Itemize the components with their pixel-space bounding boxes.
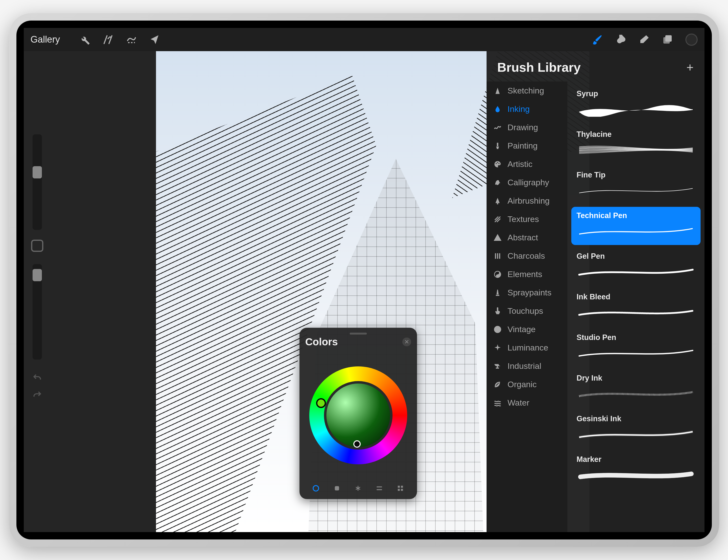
brush-category-drawing[interactable]: Drawing [487, 118, 567, 137]
brush-item-ink-bleed[interactable]: Ink Bleed [571, 288, 701, 326]
brush-category-label: Spraypaints [508, 288, 552, 297]
brush-category-elements[interactable]: Elements [487, 265, 567, 283]
brush-stroke-preview [577, 142, 695, 157]
brush-size-slider[interactable] [33, 134, 42, 230]
brush-category-spraypaints[interactable]: Spraypaints [487, 283, 567, 302]
top-toolbar: Gallery [24, 28, 704, 51]
brush-category-label: Charcoals [508, 251, 545, 261]
brush-category-touchups[interactable]: Touchups [487, 302, 567, 320]
brush-stroke-preview [577, 305, 695, 320]
transform-icon[interactable] [149, 34, 161, 46]
brush-item-dry-ink[interactable]: Dry Ink [571, 369, 701, 407]
brush-category-label: Painting [508, 141, 538, 151]
color-mode-tabs [305, 480, 411, 494]
brush-stroke-preview [577, 224, 695, 239]
wrench-icon[interactable] [79, 34, 90, 46]
monument-icon [493, 288, 502, 297]
color-disc-tab-icon[interactable] [311, 483, 321, 493]
brush-category-industrial[interactable]: Industrial [487, 357, 567, 375]
brush-stroke-preview [577, 345, 695, 360]
color-value-tab-icon[interactable] [374, 483, 384, 493]
brush-category-label: Organic [508, 380, 537, 389]
brush-category-artistic[interactable]: Artistic [487, 155, 567, 173]
gallery-button[interactable]: Gallery [31, 34, 60, 45]
brush-category-label: Inking [508, 104, 530, 114]
brush-tool-icon[interactable] [591, 34, 603, 46]
brush-category-luminance[interactable]: Luminance [487, 338, 567, 357]
adjustments-icon[interactable] [102, 34, 114, 46]
brush-library-title: Brush Library [497, 60, 581, 75]
add-brush-icon[interactable]: + [686, 60, 693, 74]
brush-category-textures[interactable]: Textures [487, 210, 567, 228]
brush-item-fine-tip[interactable]: Fine Tip [571, 166, 701, 204]
brush-item-label: Dry Ink [577, 374, 695, 382]
color-harmony-tab-icon[interactable] [353, 483, 363, 493]
brush-category-list[interactable]: SketchingInkingDrawingPaintingArtisticCa… [487, 82, 567, 532]
color-wheel[interactable] [309, 366, 407, 464]
undo-button[interactable] [31, 372, 43, 384]
brush-item-gesinski-ink[interactable]: Gesinski Ink [571, 410, 701, 448]
redo-button[interactable] [31, 389, 43, 401]
eraser-tool-icon[interactable] [638, 34, 650, 46]
brush-category-painting[interactable]: Painting [487, 137, 567, 155]
brush-item-label: Gesinski Ink [577, 414, 695, 423]
brush-opacity-slider[interactable] [33, 264, 42, 359]
brush-category-airbrushing[interactable]: Airbrushing [487, 192, 567, 210]
brush-category-sketching[interactable]: Sketching [487, 82, 567, 100]
palette-icon [493, 160, 502, 169]
brush-category-label: Water [508, 398, 529, 407]
ipad-frame: Gallery [9, 13, 719, 547]
svg-rect-3 [335, 486, 339, 490]
selection-icon[interactable] [126, 34, 137, 46]
diag-icon [493, 215, 502, 224]
brush-opacity-knob[interactable] [33, 269, 42, 281]
svg-rect-9 [401, 489, 403, 491]
color-satval-disc[interactable] [324, 381, 393, 450]
toolbar-left-group: Gallery [31, 34, 161, 46]
brush-item-thylacine[interactable]: Thylacine [571, 126, 701, 164]
brush-item-syrup[interactable]: Syrup [571, 85, 701, 123]
svg-point-13 [497, 203, 498, 204]
satval-cursor[interactable] [353, 440, 361, 448]
brush-category-organic[interactable]: Organic [487, 375, 567, 393]
finger-icon [493, 306, 502, 316]
close-icon[interactable]: ✕ [402, 337, 411, 346]
brush-item-gel-pen[interactable]: Gel Pen [571, 248, 701, 285]
brush-category-calligraphy[interactable]: Calligraphy [487, 173, 567, 192]
waves-icon [493, 398, 502, 407]
brush-item-marker[interactable]: Marker [571, 451, 701, 489]
smudge-tool-icon[interactable] [615, 34, 627, 46]
leaf-icon [493, 380, 502, 389]
brush-category-charcoals[interactable]: Charcoals [487, 247, 567, 265]
brush-stroke-preview [577, 102, 695, 117]
brush-category-water[interactable]: Water [487, 393, 567, 412]
script-a-icon [493, 178, 502, 187]
svg-rect-7 [401, 486, 403, 488]
eyedropper-button[interactable] [31, 240, 43, 252]
brush-item-label: Marker [577, 455, 695, 464]
spray-can-icon [493, 196, 502, 206]
brush-category-inking[interactable]: Inking [487, 100, 567, 118]
brush-category-abstract[interactable]: Abstract [487, 228, 567, 247]
left-sidebar [24, 51, 51, 532]
colors-panel[interactable]: Colors ✕ [299, 328, 417, 499]
brush-size-knob[interactable] [33, 166, 42, 179]
color-palette-tab-icon[interactable] [395, 483, 405, 493]
current-color-swatch[interactable] [685, 34, 698, 46]
brush-category-label: Textures [508, 215, 539, 224]
brush-list[interactable]: Syrup Thylacine Fine Tip Technical Pen G… [567, 82, 704, 532]
brush-category-label: Artistic [508, 159, 533, 169]
brush-category-label: Elements [508, 270, 542, 279]
brush-category-vintage[interactable]: Vintage [487, 320, 567, 338]
hue-cursor[interactable] [316, 398, 326, 408]
color-classic-tab-icon[interactable] [332, 483, 342, 493]
brush-stroke-preview [577, 264, 695, 279]
svg-point-2 [313, 486, 319, 491]
brush-item-studio-pen[interactable]: Studio Pen [571, 329, 701, 367]
panel-grabber[interactable] [350, 332, 367, 334]
brush-item-label: Studio Pen [577, 333, 695, 342]
triangle-icon [493, 233, 502, 242]
svg-rect-6 [398, 486, 400, 488]
brush-item-technical-pen[interactable]: Technical Pen [571, 207, 701, 245]
layers-icon[interactable] [662, 34, 674, 46]
